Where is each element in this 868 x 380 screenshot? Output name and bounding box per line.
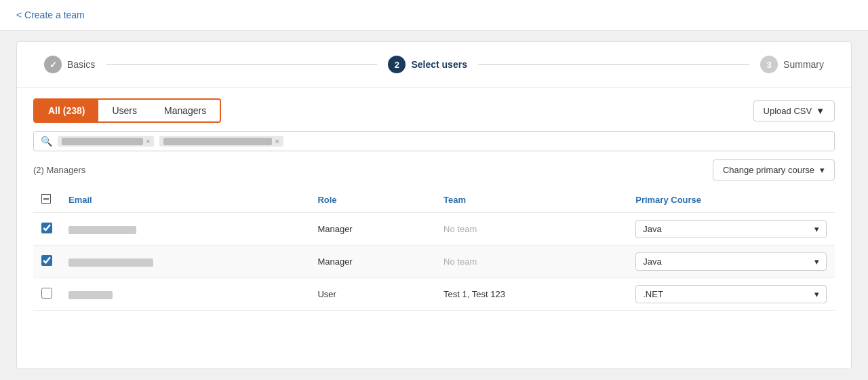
search-tag-1: ×: [58, 136, 154, 147]
tab-users[interactable]: Users: [98, 100, 151, 121]
page-header: < Create a team: [0, 0, 868, 31]
th-email: Email: [60, 187, 309, 213]
th-primary-course: Primary Course: [627, 187, 835, 213]
upload-csv-button[interactable]: Upload CSV ▼: [753, 100, 835, 121]
tab-bar-area: All (238) Users Managers Upload CSV ▼: [17, 88, 851, 123]
table-row: █████████████████████████ManagerNo teamJ…: [33, 246, 835, 278]
row-2-team: Test 1, Test 123: [435, 278, 627, 311]
step-summary: 3 Summary: [760, 56, 824, 73]
row-0-course-select[interactable]: Java▾: [635, 220, 827, 238]
table-row: ████████████████████ManagerNo teamJava▾: [33, 213, 835, 246]
row-2-checkbox[interactable]: [41, 288, 52, 299]
back-link[interactable]: < Create a team: [16, 10, 85, 20]
search-tag-1-close[interactable]: ×: [146, 137, 150, 145]
step-label-summary: Summary: [783, 59, 824, 70]
upload-icon: ▼: [816, 106, 825, 116]
tab-group: All (238) Users Managers: [33, 98, 221, 123]
row-0-email: ████████████████████: [68, 226, 136, 234]
tab-managers[interactable]: Managers: [151, 100, 220, 121]
main-content: ✓ Basics 2 Select users 3: [0, 31, 868, 380]
change-primary-dropdown-icon: ▾: [820, 165, 825, 175]
search-bar[interactable]: 🔍 × ×: [33, 131, 835, 151]
dropdown-icon: ▾: [814, 224, 819, 234]
row-2-course-select[interactable]: .NET▾: [635, 285, 827, 303]
data-table: Email Role Team Primary Course █████████…: [33, 187, 835, 311]
search-tag-2: ×: [159, 136, 283, 147]
row-1-email: █████████████████████████: [68, 259, 153, 267]
row-1-team: No team: [435, 246, 627, 278]
search-tag-2-close[interactable]: ×: [275, 137, 279, 145]
step-circle-basics: ✓: [44, 56, 62, 73]
step-circle-select-users: 2: [388, 56, 406, 73]
managers-count-label: (2) Managers: [33, 165, 85, 175]
row-2-role: User: [309, 278, 435, 311]
table-row: █████████████UserTest 1, Test 123.NET▾: [33, 278, 835, 311]
change-primary-label: Change primary course: [723, 165, 814, 175]
row-0-role: Manager: [309, 213, 435, 246]
row-1-course-select[interactable]: Java▾: [635, 252, 827, 271]
th-team: Team: [435, 187, 627, 213]
step-basics: ✓ Basics: [44, 56, 95, 73]
row-0-team: No team: [435, 213, 627, 246]
table-header-row: (2) Managers Change primary course ▾: [33, 159, 835, 180]
search-tag-1-text: [62, 138, 143, 145]
table-header: Email Role Team Primary Course: [33, 187, 835, 213]
row-1-role: Manager: [309, 246, 435, 278]
search-tag-2-text: [163, 138, 272, 145]
step-circle-summary: 3: [760, 56, 778, 73]
upload-csv-label: Upload CSV: [764, 106, 812, 116]
dropdown-icon: ▾: [814, 289, 819, 299]
step-line-2: [478, 64, 749, 65]
change-primary-course-button[interactable]: Change primary course ▾: [713, 159, 835, 180]
stepper: ✓ Basics 2 Select users 3: [17, 42, 851, 88]
search-area: 🔍 × ×: [17, 123, 851, 159]
step-line-1: [106, 64, 377, 65]
table-section: (2) Managers Change primary course ▾ Ema…: [17, 159, 851, 368]
select-all-icon[interactable]: [41, 194, 51, 204]
step-select-users: 2 Select users: [388, 56, 467, 73]
step-label-basics: Basics: [67, 59, 95, 70]
tab-all[interactable]: All (238): [35, 100, 98, 121]
search-icon: 🔍: [41, 136, 52, 147]
th-checkbox: [33, 187, 60, 213]
th-role: Role: [309, 187, 435, 213]
card: ✓ Basics 2 Select users 3: [16, 41, 852, 369]
step-label-select-users: Select users: [411, 59, 467, 70]
row-2-email: █████████████: [68, 291, 113, 299]
row-1-checkbox[interactable]: [41, 255, 52, 266]
row-0-checkbox[interactable]: [41, 223, 52, 233]
dropdown-icon: ▾: [814, 256, 819, 267]
